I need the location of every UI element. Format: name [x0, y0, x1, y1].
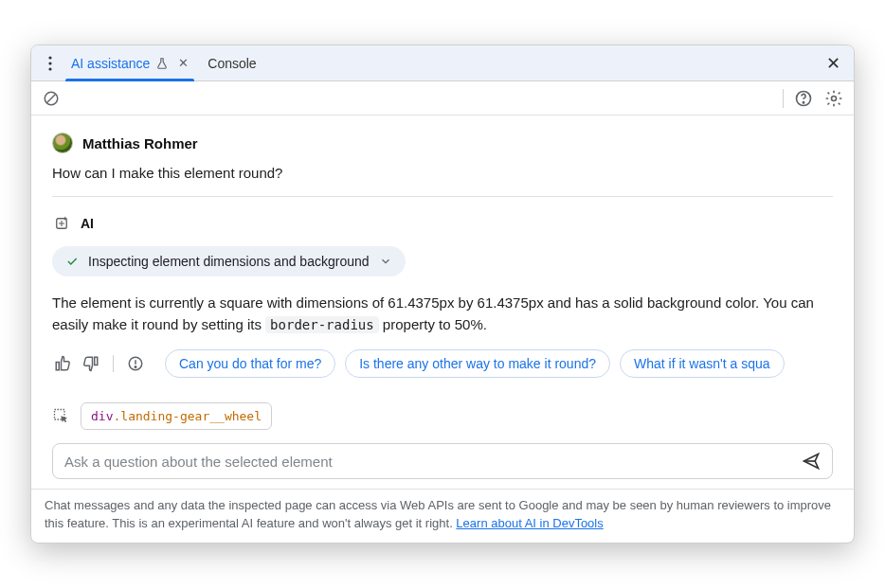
- user-text: How can I make this element round?: [52, 165, 833, 181]
- suggestion-chip[interactable]: Is there any other way to make it round?: [345, 349, 610, 378]
- thumbs-up-icon[interactable]: [52, 353, 73, 374]
- devtools-panel: AI assistance ✕ Console ✕: [30, 45, 855, 543]
- chat-input[interactable]: [64, 454, 792, 470]
- avatar: [52, 133, 73, 153]
- svg-point-1: [48, 62, 51, 64]
- action-row: Can you do that for me? Is there any oth…: [52, 349, 833, 378]
- ai-code: border-radius: [265, 316, 379, 333]
- ai-response: The element is currently a square with d…: [52, 292, 833, 336]
- chat-content: Matthias Rohmer How can I make this elem…: [31, 116, 854, 387]
- toolbar-divider: [783, 89, 784, 108]
- disclaimer-link[interactable]: Learn about AI in DevTools: [456, 516, 603, 530]
- tab-label: Console: [208, 56, 256, 71]
- suggestions: Can you do that for me? Is there any oth…: [165, 349, 833, 378]
- svg-line-4: [47, 94, 56, 102]
- element-picker-icon[interactable]: [52, 407, 71, 426]
- ai-message: AI Inspecting element dimensions and bac…: [52, 214, 833, 378]
- report-icon[interactable]: [125, 353, 146, 374]
- selected-element-chip[interactable]: div.landing-gear__wheel: [81, 402, 272, 430]
- status-chip[interactable]: Inspecting element dimensions and backgr…: [52, 246, 406, 276]
- more-menu-icon[interactable]: [39, 56, 62, 71]
- user-message: Matthias Rohmer How can I make this elem…: [52, 133, 833, 197]
- clear-icon[interactable]: [41, 88, 62, 109]
- svg-point-7: [832, 96, 837, 100]
- ai-label: AI: [81, 216, 94, 231]
- tab-ai-assistance[interactable]: AI assistance ✕: [62, 45, 198, 80]
- ai-text-post: property to 50%.: [379, 316, 487, 332]
- suggestion-chip[interactable]: What if it wasn't a squa: [620, 349, 785, 378]
- svg-point-0: [48, 56, 51, 59]
- suggestion-chip[interactable]: Can you do that for me?: [165, 349, 335, 378]
- ai-sparkle-icon: [52, 214, 71, 233]
- element-class: .landing-gear__wheel: [113, 409, 262, 423]
- tab-bar: AI assistance ✕ Console ✕: [31, 45, 854, 81]
- toolbar: [31, 81, 854, 116]
- input-box: [52, 443, 833, 479]
- help-icon[interactable]: [793, 88, 814, 109]
- svg-point-2: [48, 67, 51, 70]
- close-panel-icon[interactable]: ✕: [820, 50, 846, 77]
- check-icon: [65, 255, 79, 268]
- disclaimer: Chat messages and any data the inspected…: [31, 489, 854, 543]
- element-tag: div: [91, 409, 113, 423]
- tab-label: AI assistance: [71, 56, 150, 71]
- feedback-group: [52, 353, 146, 374]
- input-row: [31, 436, 854, 489]
- thumbs-down-icon[interactable]: [81, 353, 101, 374]
- flask-icon: [155, 57, 169, 70]
- feedback-divider: [113, 355, 114, 372]
- status-text: Inspecting element dimensions and backgr…: [88, 254, 370, 269]
- user-name: Matthias Rohmer: [82, 135, 198, 151]
- disclaimer-text: Chat messages and any data the inspected…: [45, 498, 831, 530]
- svg-point-11: [135, 366, 136, 368]
- svg-point-6: [803, 101, 804, 102]
- send-icon[interactable]: [802, 452, 821, 471]
- gear-icon[interactable]: [823, 88, 844, 109]
- chevron-down-icon: [379, 255, 392, 268]
- tab-console[interactable]: Console: [198, 45, 265, 80]
- close-tab-icon[interactable]: ✕: [178, 56, 189, 70]
- element-selector-row: div.landing-gear__wheel: [31, 387, 854, 436]
